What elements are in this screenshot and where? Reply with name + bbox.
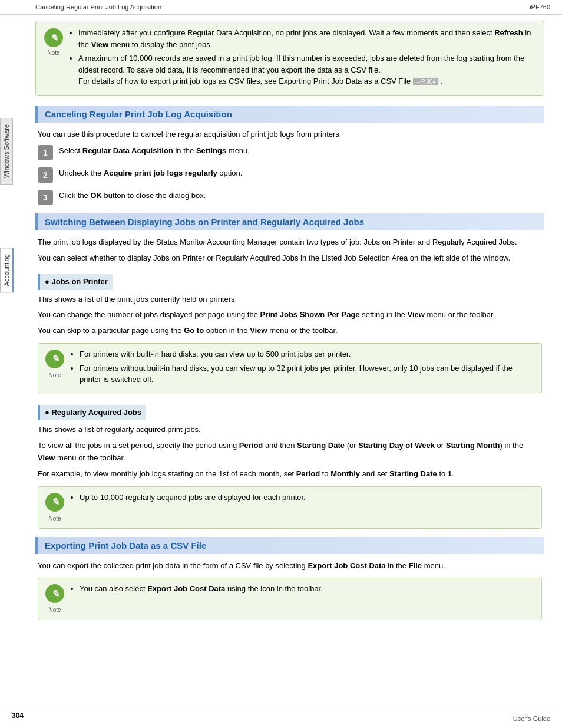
note-label-jobs: Note bbox=[48, 371, 61, 380]
note-item-2: A maximum of 10,000 records are saved in… bbox=[78, 52, 535, 87]
section2-intro2: You can select whether to display Jobs o… bbox=[38, 252, 542, 265]
regularly-acquired-body3: For example, to view monthly job logs st… bbox=[38, 468, 542, 480]
note-label: Note bbox=[47, 50, 59, 56]
note-list-reg: Up to 10,000 regularly acquired jobs are… bbox=[70, 492, 534, 503]
note-label-reg: Note bbox=[48, 514, 61, 523]
link-p304[interactable]: →P.304 bbox=[413, 78, 438, 85]
regularly-acquired-body2: To view all the jobs in a set period, sp… bbox=[38, 440, 542, 465]
main-content: ✎ Note Immediately after you configure R… bbox=[0, 15, 562, 652]
accounting-tab: Accounting bbox=[0, 248, 14, 292]
note-item-1: Immediately after you configure Regular … bbox=[78, 27, 535, 50]
header-right: iPF760 bbox=[530, 4, 550, 11]
header-left: Canceling Regular Print Job Log Acquisit… bbox=[35, 4, 161, 11]
note-content-top: Immediately after you configure Regular … bbox=[69, 27, 535, 90]
note-list-export: You can also select Export Job Cost Data… bbox=[70, 583, 534, 595]
footer-right: User's Guide bbox=[513, 715, 550, 722]
note-pencil-icon-export: ✎ bbox=[45, 584, 64, 603]
note-pencil-icon: ✎ bbox=[44, 28, 63, 47]
note-label-export: Note bbox=[48, 605, 61, 615]
note-export-item-1: You can also select Export Job Cost Data… bbox=[80, 583, 534, 595]
note-regularly-acquired: ✎ Note Up to 10,000 regularly acquired j… bbox=[38, 486, 542, 529]
step-number-3: 3 bbox=[38, 190, 53, 205]
windows-software-tab: Windows Software bbox=[0, 118, 13, 185]
step-text-1: Select Regular Data Acquisition in the S… bbox=[59, 144, 250, 157]
section3-body: You can export the collected print job d… bbox=[35, 560, 544, 621]
section1-title: Canceling Regular Print Job Log Acquisit… bbox=[45, 109, 537, 119]
section3-title: Exporting Print Job Data as a CSV File bbox=[45, 541, 537, 551]
note-jobs-item-2: For printers without built-in hard disks… bbox=[80, 363, 534, 386]
step-number-2: 2 bbox=[38, 167, 53, 183]
step-text-2: Uncheck the Acquire print job logs regul… bbox=[59, 166, 242, 180]
subsection-jobs-on-printer: ● Jobs on Printer This shows a list of t… bbox=[38, 268, 542, 393]
section2-intro1: The print job logs displayed by the Stat… bbox=[38, 236, 542, 249]
subsection-regularly-acquired-title: ● Regularly Acquired Jobs bbox=[38, 405, 146, 421]
note-pencil-icon-jobs: ✎ bbox=[45, 350, 64, 368]
note-list-top: Immediately after you configure Regular … bbox=[69, 27, 535, 87]
note-list-jobs: For printers with built-in hard disks, y… bbox=[70, 348, 534, 386]
note-content-export: You can also select Export Job Cost Data… bbox=[70, 583, 534, 615]
note-jobs-item-1: For printers with built-in hard disks, y… bbox=[80, 348, 534, 360]
note-content-reg: Up to 10,000 regularly acquired jobs are… bbox=[70, 492, 534, 523]
note-pencil-icon-reg: ✎ bbox=[45, 493, 64, 512]
section2-body: The print job logs displayed by the Stat… bbox=[35, 236, 544, 528]
note-box-top: ✎ Note Immediately after you configure R… bbox=[35, 21, 544, 96]
note-icon-wrap-reg: ✎ Note bbox=[45, 492, 64, 523]
step-number-1: 1 bbox=[38, 145, 53, 160]
jobs-on-printer-body3: You can skip to a particular page using … bbox=[38, 325, 542, 337]
step-2: 2 Uncheck the Acquire print job logs reg… bbox=[38, 166, 542, 183]
note-export: ✎ Note You can also select Export Job Co… bbox=[38, 578, 542, 620]
regularly-acquired-body1: This shows a list of regularly acquired … bbox=[38, 424, 542, 436]
section1-intro: You can use this procedure to cancel the… bbox=[38, 129, 542, 141]
subsection-regularly-acquired: ● Regularly Acquired Jobs This shows a l… bbox=[38, 399, 542, 529]
jobs-on-printer-body1: This shows a list of the print jobs curr… bbox=[38, 294, 542, 306]
page-header: Canceling Regular Print Job Log Acquisit… bbox=[0, 0, 562, 15]
step-text-3: Click the OK button to close the dialog … bbox=[59, 189, 206, 202]
step-1: 1 Select Regular Data Acquisition in the… bbox=[38, 144, 542, 160]
section3-intro: You can export the collected print job d… bbox=[38, 560, 542, 572]
note-jobs-on-printer: ✎ Note For printers with built-in hard d… bbox=[38, 343, 542, 393]
section2-title: Switching Between Displaying Jobs on Pri… bbox=[45, 217, 537, 227]
page-footer: User's Guide bbox=[0, 711, 562, 722]
note-icon-wrap-jobs: ✎ Note bbox=[45, 348, 64, 388]
section3-header: Exporting Print Job Data as a CSV File bbox=[35, 537, 544, 554]
step-3: 3 Click the OK button to close the dialo… bbox=[38, 189, 542, 205]
note-icon-wrap: ✎ Note bbox=[44, 27, 63, 90]
section1-body: You can use this procedure to cancel the… bbox=[35, 129, 544, 206]
note-reg-item-1: Up to 10,000 regularly acquired jobs are… bbox=[80, 492, 534, 503]
note-icon-wrap-export: ✎ Note bbox=[45, 583, 64, 615]
subsection-jobs-on-printer-title: ● Jobs on Printer bbox=[38, 274, 113, 290]
section2-header: Switching Between Displaying Jobs on Pri… bbox=[35, 213, 544, 230]
note-content-jobs: For printers with built-in hard disks, y… bbox=[70, 348, 534, 388]
jobs-on-printer-body2: You can change the number of jobs displa… bbox=[38, 309, 542, 321]
section1-header: Canceling Regular Print Job Log Acquisit… bbox=[35, 106, 544, 123]
